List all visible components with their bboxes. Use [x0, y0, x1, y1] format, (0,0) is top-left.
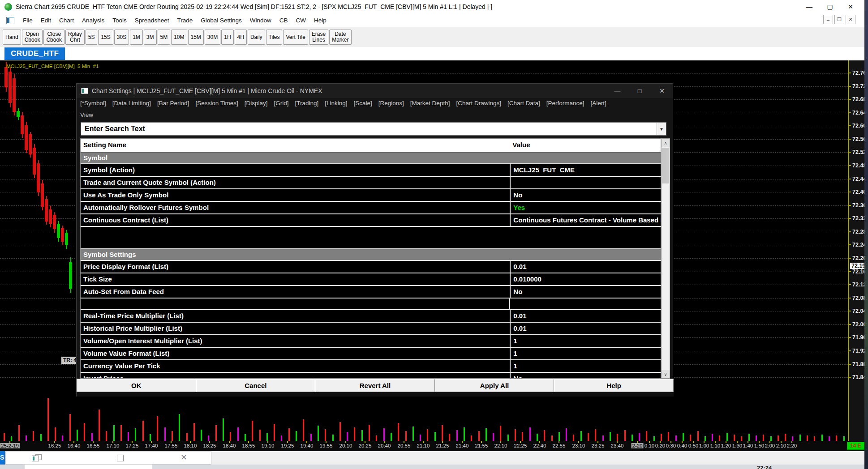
- setting-value[interactable]: 1: [510, 360, 661, 372]
- search-combobox[interactable]: Enter Search Text ▼: [81, 122, 666, 136]
- toolbar-30s[interactable]: 30S: [114, 30, 129, 45]
- setting-value[interactable]: No: [510, 286, 661, 298]
- dialog-tab-scale[interactable]: [Scale]: [354, 100, 372, 111]
- setting-row[interactable]: Real-Time Price Multiplier (List)0.01: [81, 310, 661, 323]
- toolbar-vert-tile[interactable]: Vert Tile: [283, 30, 308, 45]
- setting-value[interactable]: 0.01: [510, 323, 661, 334]
- setting-row[interactable]: Currency Value Per Tick1: [81, 360, 661, 373]
- setting-row[interactable]: Symbol (Action)MCLJ25_FUT_CME: [81, 164, 661, 177]
- setting-value[interactable]: 0.01: [510, 310, 661, 322]
- dialog-maximize-button[interactable]: □: [635, 87, 644, 94]
- mini-maximize-icon[interactable]: [117, 455, 124, 461]
- setting-row[interactable]: Use As Trade Only SymbolNo: [81, 189, 661, 202]
- minimized-window-titlebar[interactable]: ✕: [5, 451, 211, 465]
- toolbar-5m[interactable]: 5M: [158, 30, 171, 45]
- scroll-down-icon[interactable]: ∨: [662, 370, 670, 378]
- dialog-tab-alert[interactable]: [Alert]: [591, 100, 606, 111]
- toolbar-tiles[interactable]: Tiles: [266, 30, 283, 45]
- mdi-minimize-button[interactable]: –: [823, 15, 833, 24]
- revert-all-button[interactable]: Revert All: [315, 379, 435, 392]
- table-scrollbar[interactable]: ∧ ∨: [661, 138, 670, 379]
- dialog-tab-performance[interactable]: [Performance]: [546, 100, 584, 111]
- toolbar-rplay-chrt[interactable]: Rplay Chrt: [65, 30, 85, 45]
- setting-value[interactable]: [510, 177, 661, 188]
- dialog-titlebar[interactable]: Chart Settings | MCLJ25_FUT_CME [CBV][M]…: [77, 84, 673, 98]
- menu-trade[interactable]: Trade: [173, 13, 197, 27]
- menu-analysis[interactable]: Analysis: [78, 13, 108, 27]
- toolbar-daily[interactable]: Daily: [248, 30, 265, 45]
- dialog-tab-chart-drawings[interactable]: [Chart Drawings]: [456, 100, 501, 111]
- apply-all-button[interactable]: Apply All: [435, 379, 554, 392]
- setting-row[interactable]: Continuous Contract (List)Continuous Fut…: [81, 214, 661, 227]
- setting-value[interactable]: 0.010000: [510, 273, 661, 285]
- setting-row[interactable]: Price Display Format (List)0.01: [81, 261, 661, 273]
- ok-button[interactable]: OK: [77, 379, 196, 392]
- dialog-tab-market-depth[interactable]: [Market Depth]: [410, 100, 450, 111]
- toolbar-15m[interactable]: 15M: [188, 30, 204, 45]
- setting-value[interactable]: No: [510, 373, 661, 379]
- toolbar-4h[interactable]: 4H: [235, 30, 247, 45]
- toolbar-1h[interactable]: 1H: [221, 30, 233, 45]
- setting-value[interactable]: Yes: [510, 202, 661, 213]
- menu-spreadsheet[interactable]: Spreadsheet: [131, 13, 173, 27]
- dialog-tab-bar-period[interactable]: [Bar Period]: [157, 100, 189, 111]
- toolbar-date-marker[interactable]: Date Marker: [329, 30, 351, 45]
- chevron-down-icon[interactable]: ▼: [657, 123, 666, 135]
- menu-tools[interactable]: Tools: [108, 13, 131, 27]
- toolbar-10m[interactable]: 10M: [171, 30, 187, 45]
- time-scale[interactable]: 25-2-1916:2516:4016:5517:1017:2517:4017:…: [0, 441, 868, 451]
- maximize-button[interactable]: ▢: [820, 0, 840, 13]
- dialog-tab-regions[interactable]: [Regions]: [378, 100, 404, 111]
- setting-value[interactable]: MCLJ25_FUT_CME: [510, 164, 661, 176]
- setting-value[interactable]: Continuous Futures Contract - Volume Bas…: [510, 214, 661, 226]
- help-button[interactable]: Help: [554, 379, 674, 392]
- menu-window[interactable]: Window: [246, 13, 275, 27]
- dialog-tab-grid[interactable]: [Grid]: [274, 100, 288, 111]
- toolbar-15s[interactable]: 15S: [98, 30, 113, 45]
- cancel-button[interactable]: Cancel: [196, 379, 316, 392]
- dialog-tab-session-times[interactable]: [Session Times]: [195, 100, 238, 111]
- mdi-restore-button[interactable]: ❐: [834, 15, 844, 24]
- toolbar-erase-lines[interactable]: Erase Lines: [309, 30, 328, 45]
- menu-chart[interactable]: Chart: [55, 13, 78, 27]
- dialog-tab-symbol[interactable]: [*Symbol]: [80, 100, 106, 111]
- search-input[interactable]: Enter Search Text: [81, 125, 657, 133]
- dialog-tab-chart-data[interactable]: [Chart Data]: [507, 100, 540, 111]
- dialog-tab-display[interactable]: [Display]: [245, 100, 268, 111]
- toolbar-1m[interactable]: 1M: [130, 30, 143, 45]
- toolbar-close-cbook[interactable]: Close Cbook: [43, 30, 64, 45]
- minimize-button[interactable]: —: [799, 0, 820, 13]
- menu-edit[interactable]: Edit: [37, 13, 55, 27]
- mini-close-icon[interactable]: ✕: [180, 452, 187, 462]
- toolbar-3m[interactable]: 3M: [144, 30, 157, 45]
- setting-row[interactable]: Volume/Open Interest Multiplier (List)1: [81, 335, 661, 348]
- close-button[interactable]: ✕: [840, 0, 861, 13]
- setting-row[interactable]: Automatically Rollover Futures SymbolYes: [81, 202, 661, 214]
- menu-global-settings[interactable]: Global Settings: [197, 13, 246, 27]
- scrollbar-thumb[interactable]: [662, 148, 669, 183]
- toolbar-5s[interactable]: 5S: [86, 30, 98, 45]
- view-menu[interactable]: View: [80, 111, 93, 118]
- menu-cb[interactable]: CB: [275, 13, 292, 27]
- setting-value[interactable]: 0.01: [510, 261, 661, 273]
- toolbar-open-cbook[interactable]: Open Cbook: [22, 30, 43, 45]
- setting-value[interactable]: 1: [510, 348, 661, 359]
- scroll-up-icon[interactable]: ∧: [662, 139, 670, 147]
- menu-help[interactable]: Help: [310, 13, 331, 27]
- mdi-close-button[interactable]: ✕: [846, 15, 855, 24]
- setting-row[interactable]: Volume Value Format (List)1: [81, 348, 661, 360]
- dialog-tab-linking[interactable]: [Linking]: [325, 100, 347, 111]
- setting-value[interactable]: 1: [510, 335, 661, 347]
- setting-row[interactable]: Tick Size0.010000: [81, 273, 661, 286]
- dialog-close-button[interactable]: ✕: [657, 87, 666, 94]
- setting-row[interactable]: Trade and Current Quote Symbol (Action): [81, 177, 661, 189]
- tab-crude-htf[interactable]: CRUDE_HTF: [4, 47, 65, 60]
- setting-row[interactable]: Auto-Set From Data FeedNo: [81, 286, 661, 298]
- setting-row[interactable]: Invert PricesNo: [81, 373, 661, 379]
- setting-value[interactable]: No: [510, 189, 661, 201]
- sierra-restore-icon[interactable]: [32, 454, 42, 461]
- setting-row[interactable]: Historical Price Multiplier (List)0.01: [81, 323, 661, 335]
- menu-cw[interactable]: CW: [292, 13, 310, 27]
- dialog-tab-trading[interactable]: [Trading]: [295, 100, 318, 111]
- toolbar-hand[interactable]: Hand: [3, 30, 21, 45]
